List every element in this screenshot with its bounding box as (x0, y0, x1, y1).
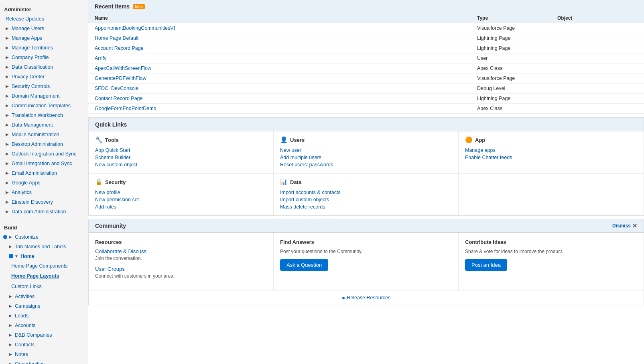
sidebar-item-analytics[interactable]: ▶ Analytics (0, 188, 88, 197)
release-resources-link[interactable]: ● Release Resources (342, 294, 391, 301)
user-groups-link[interactable]: User Groups (95, 266, 267, 272)
arrow-icon: ▶ (9, 332, 14, 338)
sidebar-item-manage-territories[interactable]: ▶ Manage Territories (0, 43, 88, 53)
new-custom-object-link[interactable]: New custom object (95, 161, 267, 168)
users-header: 👤 Users (280, 136, 452, 143)
quick-links-empty (459, 174, 644, 215)
sidebar-item-leads[interactable]: ▶ Leads (0, 311, 88, 321)
sidebar-item-mobile-administration[interactable]: ▶ Mobile Administration (0, 130, 88, 139)
new-permission-set-link[interactable]: New permission set (95, 196, 267, 203)
add-roles-link[interactable]: Add roles (95, 203, 267, 211)
sidebar-item-gmail-integration[interactable]: ▶ Gmail Integration and Sync (0, 159, 88, 168)
sidebar-item-accounts[interactable]: ▶ Accounts (0, 321, 88, 330)
row-name-link[interactable]: Account Record Page (95, 45, 477, 51)
app-quick-start-link[interactable]: App Quick Start (95, 147, 267, 154)
recent-items-title: Recent Items (95, 3, 130, 10)
post-idea-button[interactable]: Post an Idea (465, 259, 507, 271)
quick-links-row2: 🔒 Security New profile New permission se… (89, 174, 644, 215)
sidebar-item-customize[interactable]: ▶ Customize (0, 232, 88, 242)
manage-apps-link[interactable]: Manage apps (465, 147, 637, 154)
arrow-icon: ▶ (9, 234, 14, 240)
arrow-icon: ▶ (9, 342, 14, 348)
sidebar-item-campaigns[interactable]: ▶ Campaigns (0, 301, 88, 311)
row-type: Lightning Page (477, 35, 557, 41)
dismiss-label[interactable]: Dismiss (612, 223, 631, 229)
release-resources-label[interactable]: Release Resources (347, 295, 390, 301)
sidebar-item-manage-users[interactable]: ▶ Manage Users (0, 24, 88, 33)
row-name-link[interactable]: GeneratePDFWithFlow (95, 76, 477, 81)
sidebar-item-domain-management[interactable]: ▶ Domain Management (0, 91, 88, 101)
enable-chatter-link[interactable]: Enable Chatter feeds (465, 154, 637, 161)
sidebar-item-einstein-discovery[interactable]: ▶ Einstein Discovery (0, 197, 88, 207)
sidebar-item-contacts[interactable]: ▶ Contacts (0, 340, 88, 350)
new-profile-link[interactable]: New profile (95, 189, 267, 196)
new-user-link[interactable]: New user (280, 147, 452, 154)
sidebar-item-privacy-center[interactable]: ▶ Privacy Center (0, 72, 88, 82)
release-dot-icon: ● (342, 294, 345, 301)
row-type: Lightning Page (477, 96, 557, 101)
sidebar-item-tab-names[interactable]: ▶ Tab Names and Labels (0, 242, 88, 252)
sidebar-item-activities[interactable]: ▶ Activities (0, 292, 88, 301)
quick-links-row1: 🔧 Tools App Quick Start Schema Builder N… (89, 131, 644, 174)
row-name-link[interactable]: Arrify (95, 55, 477, 61)
arrow-icon: ▶ (9, 293, 14, 300)
sidebar-item-home[interactable]: ▼ Home (0, 252, 88, 261)
row-name-link[interactable]: ApexCallWithScreenFlow (95, 65, 477, 71)
reset-passwords-link[interactable]: Reset users' passwords (280, 161, 452, 168)
import-custom-objects-link[interactable]: Import custom objects (280, 196, 452, 203)
quick-links-data: 📊 Data Import accounts & contacts Import… (274, 174, 459, 215)
sidebar-item-home-page-layouts[interactable]: Home Page Layouts (0, 271, 88, 281)
arrow-icon: ▶ (6, 180, 10, 186)
sidebar: Administer Release Updates ▶ Manage User… (0, 0, 88, 364)
sidebar-item-db-companies[interactable]: ▶ D&B Companies (0, 330, 88, 340)
table-row: Home Page Default Lightning Page (88, 33, 644, 43)
mass-delete-link[interactable]: Mass delete records (280, 203, 452, 211)
row-name-link[interactable]: Contact Record Page (95, 96, 477, 101)
sidebar-item-data-classification[interactable]: ▶ Data Classification (0, 62, 88, 72)
sidebar-item-email-administration[interactable]: ▶ Email Administration (0, 168, 88, 178)
build-title: Build (0, 221, 88, 232)
tools-header: 🔧 Tools (95, 136, 267, 143)
sidebar-item-custom-links[interactable]: Custom Links (0, 282, 88, 292)
sidebar-item-home-page-components[interactable]: Home Page Components (0, 261, 88, 271)
dismiss-x-icon: ✕ (632, 223, 637, 229)
administer-title: Administer (0, 3, 88, 14)
row-name-link[interactable]: GoogleFormEndPointDemo (95, 106, 477, 111)
sidebar-item-release-updates[interactable]: Release Updates (0, 14, 88, 24)
quick-links-tools: 🔧 Tools App Quick Start Schema Builder N… (89, 131, 274, 173)
row-object (557, 25, 638, 31)
sidebar-item-google-apps[interactable]: ▶ Google Apps (0, 178, 88, 188)
import-accounts-link[interactable]: Import accounts & contacts (280, 189, 452, 196)
sidebar-item-translation-workbench[interactable]: ▶ Translation Workbench (0, 110, 88, 120)
sidebar-item-security-controls[interactable]: ▶ Security Controls (0, 82, 88, 91)
ask-question-button[interactable]: Ask a Question (280, 259, 328, 271)
sidebar-item-opportunities[interactable]: ▶ Opportunities (0, 359, 88, 364)
arrow-icon: ▶ (6, 35, 10, 41)
row-name-link[interactable]: Home Page Default (95, 35, 477, 41)
schema-builder-link[interactable]: Schema Builder (95, 154, 267, 161)
arrow-icon: ▶ (6, 170, 10, 176)
sidebar-item-notes[interactable]: ▶ Notes (0, 350, 88, 359)
sidebar-item-manage-apps[interactable]: ▶ Manage Apps (0, 33, 88, 43)
community-header: Community Dismiss ✕ (89, 219, 644, 233)
sidebar-item-data-management[interactable]: ▶ Data Management (0, 120, 88, 130)
table-row: SFDC_DevConsole Debug Level (88, 84, 644, 94)
arrow-icon: ▶ (6, 93, 10, 99)
collaborate-discuss-link[interactable]: Collaborate & Discuss (95, 248, 267, 254)
table-row: GoogleFormEndPointDemo Apex Class (88, 104, 644, 114)
arrow-icon: ▶ (6, 112, 10, 119)
row-name-link[interactable]: AppointmentBookingCommunitiesVf (95, 25, 477, 31)
sidebar-item-company-profile[interactable]: ▶ Company Profile (0, 53, 88, 62)
sidebar-item-desktop-administration[interactable]: ▶ Desktop Administration (0, 139, 88, 149)
dismiss-button[interactable]: Dismiss ✕ (612, 223, 637, 229)
table-row: Account Record Page Lightning Page (88, 43, 644, 53)
row-type: User (477, 55, 557, 61)
community-grid: Resources Collaborate & Discuss Join the… (89, 233, 644, 290)
sidebar-item-communication-templates[interactable]: ▶ Communication Templates (0, 101, 88, 110)
sidebar-item-outlook-integration[interactable]: ▶ Outlook Integration and Sync (0, 149, 88, 159)
arrow-icon: ▶ (6, 131, 10, 138)
add-multiple-users-link[interactable]: Add multiple users (280, 154, 452, 161)
row-name-link[interactable]: SFDC_DevConsole (95, 86, 477, 91)
row-type: Debug Level (477, 86, 557, 91)
sidebar-item-datacom-administration[interactable]: ▶ Data.com Administration (0, 207, 88, 217)
